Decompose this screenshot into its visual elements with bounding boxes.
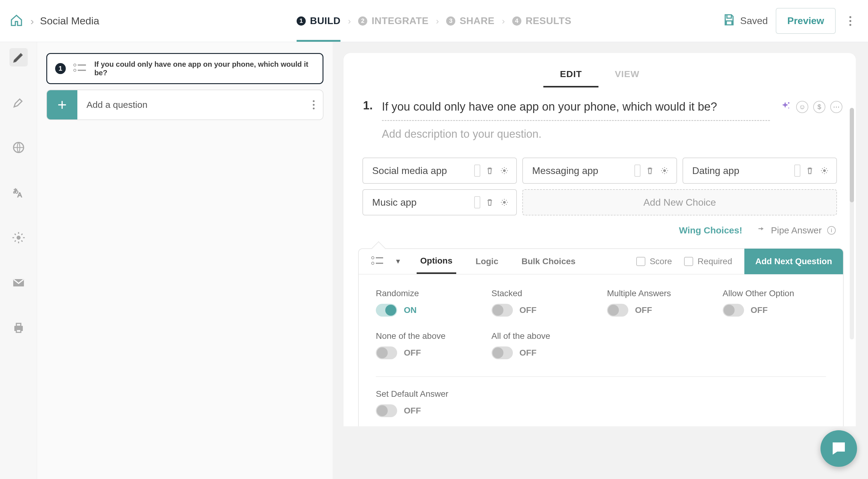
main-row: あA 1 If you could only have one app on y… <box>0 42 868 479</box>
add-next-question-button[interactable]: Add Next Question <box>744 249 843 274</box>
editor-column: EDIT VIEW 1. If you could only have one … <box>333 42 868 479</box>
question-header: 1. If you could only have one app on you… <box>344 87 856 141</box>
gear-icon[interactable] <box>659 166 670 176</box>
gear-icon[interactable] <box>819 166 830 176</box>
wizard-step-results[interactable]: 4 RESULTS <box>512 0 571 42</box>
rail-settings-button[interactable] <box>9 229 28 247</box>
drag-handle-icon[interactable] <box>474 196 480 208</box>
gear-icon[interactable] <box>499 166 509 176</box>
more-menu-button[interactable] <box>844 14 857 28</box>
question-description-placeholder[interactable]: Add description to your question. <box>382 128 770 141</box>
svg-point-2 <box>849 24 851 26</box>
delete-icon[interactable] <box>485 166 495 176</box>
tab-view[interactable]: VIEW <box>598 62 656 87</box>
delete-icon[interactable] <box>805 166 815 176</box>
svg-rect-10 <box>16 330 21 332</box>
wizard-step-share[interactable]: 3 SHARE <box>446 0 495 42</box>
question-card-1[interactable]: 1 If you could only have one app on your… <box>46 53 323 84</box>
gear-icon[interactable] <box>499 197 509 208</box>
info-icon[interactable]: i <box>827 226 836 235</box>
score-checkbox[interactable]: Score <box>636 257 672 266</box>
emoji-button[interactable]: ☺ <box>796 101 808 113</box>
svg-point-23 <box>503 202 506 204</box>
helper-links: Wing Choices! Pipe Answer i <box>344 215 856 236</box>
opt-randomize: Randomize ON <box>376 289 479 317</box>
chevron-right-icon: › <box>502 16 505 26</box>
rail-mail-button[interactable] <box>9 274 28 292</box>
scrollbar[interactable] <box>850 108 854 339</box>
toggle-all-above[interactable] <box>492 347 513 359</box>
svg-point-19 <box>788 108 789 109</box>
toggle-default-answer[interactable] <box>376 405 397 417</box>
tab-edit[interactable]: EDIT <box>543 62 598 87</box>
svg-point-20 <box>503 170 506 172</box>
config-tab-logic[interactable]: Logic <box>472 249 502 274</box>
rail-theme-button[interactable] <box>9 93 28 112</box>
svg-point-11 <box>74 64 76 66</box>
opt-multiple: Multiple Answers OFF <box>607 289 711 317</box>
toggle-none-above[interactable] <box>376 347 397 359</box>
underline <box>382 120 770 121</box>
config-tab-options[interactable]: Options <box>416 249 456 274</box>
wizard-step-integrate[interactable]: 2 INTEGRATE <box>358 0 429 42</box>
required-checkbox[interactable]: Required <box>684 257 732 266</box>
add-question-label[interactable]: Add a question <box>78 90 305 119</box>
delete-icon[interactable] <box>645 166 655 176</box>
choice-grid: Social media app Messaging app Dating ap… <box>344 141 856 215</box>
svg-point-0 <box>849 16 851 18</box>
rail-globe-button[interactable] <box>9 138 28 157</box>
choice-2[interactable]: Messaging app <box>522 157 677 184</box>
delete-icon[interactable] <box>485 197 495 208</box>
rail-print-button[interactable] <box>9 319 28 337</box>
preview-button[interactable]: Preview <box>776 8 836 34</box>
top-header: › Social Media 1 BUILD › 2 INTEGRATE › 3… <box>0 0 868 42</box>
wing-choices-button[interactable]: Wing Choices! <box>665 225 742 236</box>
toggle-stacked[interactable] <box>492 304 513 317</box>
drag-handle-icon[interactable] <box>474 164 480 177</box>
add-question-button[interactable]: + <box>47 90 78 119</box>
chevron-right-icon: › <box>348 16 351 26</box>
add-new-choice-button[interactable]: Add New Choice <box>522 189 837 215</box>
question-number-badge: 1 <box>55 63 66 74</box>
choice-3[interactable]: Dating app <box>683 157 837 184</box>
header-right: Saved Preview <box>722 8 857 34</box>
toggle-randomize[interactable] <box>376 304 397 317</box>
home-button[interactable] <box>8 13 24 29</box>
choice-4[interactable]: Music app <box>363 189 517 215</box>
svg-point-16 <box>313 104 315 106</box>
opt-allow-other: Allow Other Option OFF <box>723 289 826 317</box>
ai-sparkle-icon[interactable] <box>779 101 791 114</box>
svg-point-26 <box>372 262 374 265</box>
svg-point-13 <box>74 69 76 71</box>
config-tab-bulk-choices[interactable]: Bulk Choices <box>518 249 579 274</box>
add-question-more-button[interactable] <box>305 90 323 119</box>
svg-text:A: A <box>18 191 22 199</box>
config-panel: ▼ Options Logic Bulk Choices Score <box>358 248 844 426</box>
question-actions: ☺ $ ⋯ <box>779 99 842 141</box>
chat-fab-button[interactable] <box>820 430 857 467</box>
drag-handle-icon[interactable] <box>794 164 800 177</box>
svg-point-17 <box>313 108 315 110</box>
more-actions-button[interactable]: ⋯ <box>830 101 842 113</box>
question-card-text: If you could only have one app on your p… <box>94 60 315 77</box>
rail-translate-button[interactable]: あA <box>9 183 28 202</box>
save-icon <box>722 13 736 29</box>
chevron-down-icon[interactable]: ▼ <box>395 258 401 265</box>
question-type-icon[interactable] <box>371 255 385 268</box>
toggle-multiple[interactable] <box>607 304 628 317</box>
toggle-allow-other[interactable] <box>723 304 744 317</box>
price-button[interactable]: $ <box>813 101 825 113</box>
pipe-answer-button[interactable]: Pipe Answer i <box>757 225 836 236</box>
checkbox-icon <box>684 257 693 266</box>
choice-1[interactable]: Social media app <box>363 157 517 184</box>
left-rail: あA <box>0 42 37 479</box>
rail-design-button[interactable] <box>9 48 28 66</box>
breadcrumb[interactable]: Social Media <box>40 15 99 27</box>
question-number: 1. <box>363 99 373 141</box>
svg-point-24 <box>372 257 374 259</box>
default-answer-section: Set Default Answer OFF <box>359 377 843 426</box>
question-title[interactable]: If you could only have one app on your p… <box>382 99 770 115</box>
home-icon <box>10 14 23 28</box>
drag-handle-icon[interactable] <box>634 164 641 177</box>
wizard-step-build[interactable]: 1 BUILD <box>297 0 341 42</box>
